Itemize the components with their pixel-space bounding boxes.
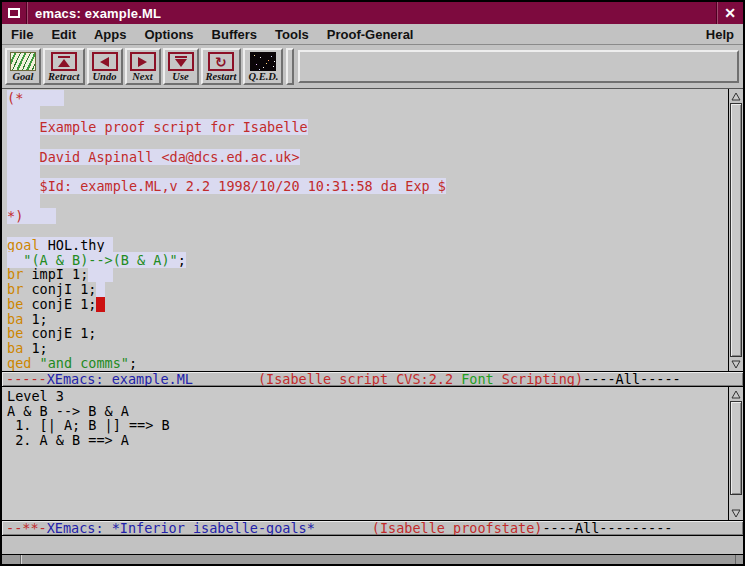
text-segment: 1; [23,340,47,356]
text-segment: A & B --> B & A [7,403,129,419]
text-segment: *) [7,208,56,224]
code-line [7,135,728,150]
text-segment: be [7,296,23,312]
text-segment: conjE 1; [23,325,96,341]
text-segment: goal [7,237,40,253]
xemacs-window: emacs: example.ML ✕ FileEditAppsOptionsB… [0,0,745,566]
text-cursor [96,297,104,312]
scroll-down-icon[interactable] [730,507,742,519]
text-segment: impI 1; [23,266,88,282]
text-segment [7,105,40,121]
window-title: emacs: example.ML [27,6,716,21]
text-segment: br [7,266,23,282]
goals-scrollbar[interactable] [728,387,743,520]
toolbar-button-retract[interactable]: Retract [43,48,85,85]
text-segment: XEmacs: example.ML [47,371,193,387]
toolbar-button-label: Retract [48,71,80,82]
code-line [7,223,728,238]
menu-item-help[interactable]: Help [697,24,743,45]
next-icon [130,52,156,71]
toolbar-button-label: Restart [206,71,237,82]
scroll-up-icon[interactable] [730,90,742,102]
toolbar-button-goal[interactable]: Goal [5,48,41,85]
text-segment: 2. A & B ==> A [7,432,129,448]
text-segment: br [7,281,23,297]
script-modeline: -----XEmacs: example.ML (Isabelle script… [2,371,743,387]
code-line: A & B --> B & A [7,404,728,419]
text-segment [31,355,39,371]
code-line: qed "and_comms"; [7,356,728,371]
code-line: ba 1; [7,341,728,356]
text-segment [7,164,40,180]
menu-item-proof-general[interactable]: Proof-General [318,24,423,45]
toolbar-button-use[interactable]: Use [163,48,199,85]
toolbar-filler-panel [298,50,739,83]
script-scrollbar[interactable] [728,89,743,371]
text-segment: ----- [6,371,47,387]
code-line: -----XEmacs: example.ML (Isabelle script… [6,372,743,386]
code-line: 2. A & B ==> A [7,433,728,448]
goals-buffer[interactable]: Level 3A & B --> B & A 1. [| A; B |] ==>… [2,387,728,520]
menu-item-buffers[interactable]: Buffers [203,24,267,45]
resize-bar-middle[interactable] [21,555,735,564]
scroll-down-icon[interactable] [730,358,742,370]
toolbar-button-restart[interactable]: ↻ Restart [201,48,242,85]
code-line: goal HOL.thy [7,238,728,253]
text-segment: ; [129,355,137,371]
text-segment: ----All----- [583,371,681,387]
text-segment [7,193,40,209]
scrollbar-track[interactable] [730,496,742,507]
code-line: Level 3 [7,389,728,404]
code-line: Example proof script for Isabelle [7,120,728,135]
text-segment: ; [178,252,186,268]
text-segment: XEmacs: *Inferior isabelle-goals* [47,520,315,536]
text-segment [88,266,112,282]
qed-stars-icon [250,52,276,71]
close-button[interactable]: ✕ [717,2,743,24]
menu-item-options[interactable]: Options [135,24,202,45]
toolbar-button-label: Q.E.D. [248,71,278,82]
window-menu-button[interactable] [2,2,26,24]
goal-logo-icon [10,52,36,71]
titlebar[interactable]: emacs: example.ML ✕ [2,2,743,24]
script-buffer[interactable]: (* Example proof script for Isabelle Dav… [2,89,728,371]
code-line: $Id: example.ML,v 2.2 1998/10/20 10:31:5… [7,179,728,194]
menu-item-apps[interactable]: Apps [85,24,136,45]
toolbar-button-qed[interactable]: Q.E.D. [243,48,283,85]
resize-bar-right-segment[interactable] [735,555,743,564]
scroll-up-icon[interactable] [730,388,742,400]
text-segment: "(A & B)-->(B & A)" [23,252,177,268]
text-segment: Level 3 [7,388,64,404]
toolbar-button-undo[interactable]: Undo [87,48,123,85]
resize-bar-left-segment[interactable] [2,555,21,564]
code-line: --**-XEmacs: *Inferior isabelle-goals* (… [6,521,743,535]
menu-item-edit[interactable]: Edit [42,24,85,45]
toolbar-button-label: Undo [93,71,117,82]
code-line [7,194,728,209]
menu-item-file[interactable]: File [2,24,42,45]
toolbar-button-label: Use [172,71,188,82]
text-segment: qed [7,355,31,371]
text-segment [96,281,104,297]
code-line: (* [7,91,728,106]
text-segment: be [7,325,23,341]
restart-icon: ↻ [208,52,234,71]
window-resize-bar[interactable] [2,554,743,564]
text-segment [7,134,40,150]
code-line: be conjE 1; [7,326,728,341]
code-line: "(A & B)-->(B & A)"; [7,253,728,268]
text-segment [193,371,258,387]
minibuffer[interactable] [2,536,743,554]
toolbar: Goal Retract Undo Next Use ↻ Restart Q.E… [2,45,743,89]
code-line: be conjE 1; [7,297,728,312]
code-line: 1. [| A; B |] ==> B [7,418,728,433]
menu-item-tools[interactable]: Tools [266,24,318,45]
toolbar-button-next[interactable]: Next [125,48,161,85]
text-segment: ba [7,311,23,327]
text-segment: conjE 1; [23,296,96,312]
text-segment: (Isabelle proofstate) [372,520,543,536]
scrollbar-thumb[interactable] [730,401,742,495]
close-icon: ✕ [724,5,736,21]
text-segment: (* [7,90,64,106]
scrollbar-thumb[interactable] [730,103,742,357]
